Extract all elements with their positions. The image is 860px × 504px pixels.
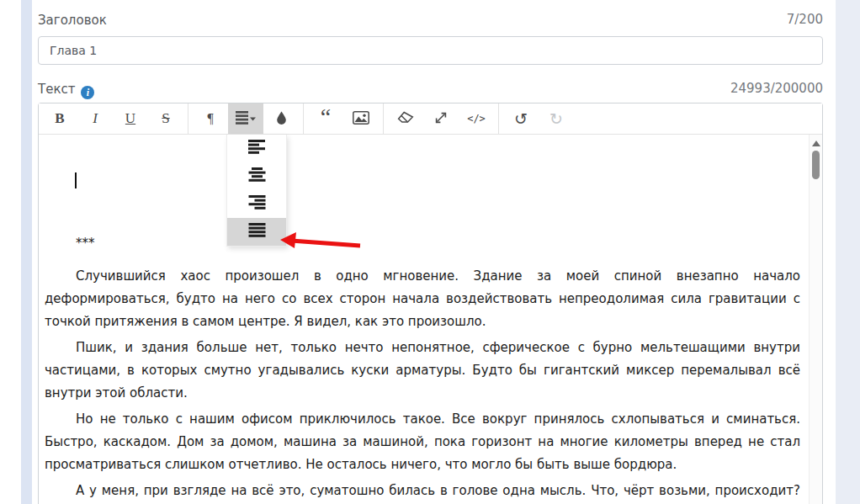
- toolbar-separator: [303, 103, 304, 134]
- paragraph: Но не только с нашим офисом приключилось…: [45, 408, 800, 476]
- page: Заголовок 7/200 Текстi 24993/200000 B I …: [0, 0, 860, 504]
- title-counter: 7/200: [787, 12, 823, 27]
- toolbar-separator: [188, 103, 188, 134]
- strikethrough-button[interactable]: S: [148, 103, 183, 134]
- blockquote-button[interactable]: “: [308, 103, 343, 134]
- scene-divider: ***: [45, 232, 800, 255]
- text-counter: 24993/200000: [730, 81, 823, 96]
- title-input[interactable]: [38, 36, 823, 65]
- align-left-option[interactable]: [227, 135, 286, 162]
- toolbar-separator: [498, 103, 499, 134]
- right-gutter: [836, 0, 860, 504]
- fullsize-button[interactable]: [423, 103, 459, 134]
- info-icon[interactable]: i: [81, 86, 94, 99]
- scrollbar-thumb[interactable]: [812, 151, 820, 179]
- align-center-option[interactable]: [227, 162, 286, 190]
- align-right-option[interactable]: [227, 190, 286, 218]
- align-dropdown-button[interactable]: [228, 103, 263, 134]
- paragraph: А у меня, при взгляде на всё это, сумато…: [45, 480, 800, 504]
- undo-button[interactable]: ↺: [503, 103, 539, 134]
- paragraph-button[interactable]: ¶: [193, 103, 228, 134]
- source-code-button[interactable]: </>: [459, 103, 494, 134]
- color-button[interactable]: [263, 103, 299, 134]
- paragraph: Пшик, и здания больше нет, только нечто …: [45, 337, 800, 405]
- quote-icon: “: [321, 113, 331, 125]
- left-gutter: [21, 0, 32, 504]
- droplet-icon: [276, 111, 287, 127]
- align-center-icon: [248, 167, 266, 185]
- align-left-icon: [248, 140, 266, 157]
- image-icon: [353, 111, 369, 127]
- italic-button[interactable]: I: [77, 103, 113, 134]
- align-icon: [236, 110, 256, 127]
- text-editor: B I U S ¶: [38, 103, 823, 504]
- align-dropdown-menu: [226, 135, 287, 247]
- bold-button[interactable]: B: [42, 103, 77, 134]
- chapter-form: Заголовок 7/200 Текстi 24993/200000 B I …: [38, 0, 823, 98]
- eraser-icon: [397, 111, 414, 126]
- paragraph: Случившийся хаос произошел в одно мгнове…: [45, 265, 800, 333]
- scroll-up-arrow[interactable]: [812, 141, 820, 146]
- text-label: Текст: [38, 82, 75, 97]
- justify-option[interactable]: [227, 218, 286, 246]
- redo-button: ↻: [539, 103, 574, 134]
- expand-icon: [434, 111, 448, 127]
- image-button[interactable]: [343, 103, 379, 134]
- editor-content[interactable]: *** Случившийся хаос произошел в одно мг…: [39, 135, 809, 504]
- editor-scrollbar[interactable]: [809, 135, 822, 504]
- eraser-button[interactable]: [388, 103, 423, 134]
- editor-toolbar: B I U S ¶: [39, 103, 822, 135]
- align-right-icon: [248, 195, 266, 213]
- toolbar-separator: [383, 103, 384, 134]
- underline-button[interactable]: U: [113, 103, 148, 134]
- title-label: Заголовок: [38, 13, 107, 28]
- justify-icon: [248, 223, 266, 241]
- text-cursor: [75, 172, 77, 188]
